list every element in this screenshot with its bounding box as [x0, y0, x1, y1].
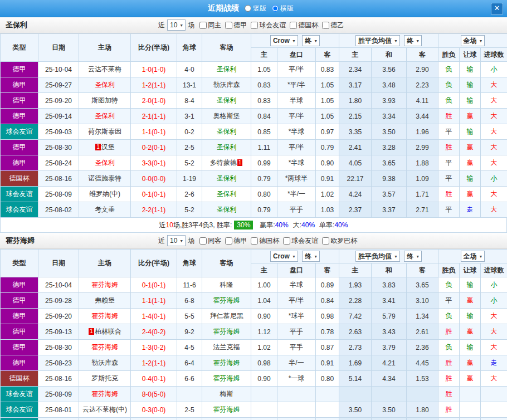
home-team: 圣保利: [79, 155, 131, 171]
club-friendly-checkbox[interactable]: [251, 22, 258, 29]
filter-dfb-pokal[interactable]: 德国杯: [251, 236, 279, 246]
filter-same-home[interactable]: 同主: [199, 21, 221, 30]
col-header-asian-away: 客: [316, 48, 339, 62]
home-team: 荷尔斯泰因: [79, 124, 131, 140]
filter-bundesliga[interactable]: 德甲: [225, 21, 247, 30]
euro-group-header: 胜平负均值▼ 终▼: [339, 34, 438, 48]
chevron-down-icon: ▼: [292, 255, 296, 258]
away-team: 霍芬海姆: [202, 324, 251, 340]
same-home-checkbox[interactable]: [199, 22, 207, 29]
score: 1-0(1-0): [131, 62, 177, 77]
dfb-pokal-checkbox[interactable]: [251, 237, 258, 245]
away-team: 霍芬海姆: [202, 418, 251, 420]
team-name-text: 圣保利: [95, 112, 115, 120]
handicap-away-odds: 0.80: [316, 371, 339, 387]
league-badge: 德甲: [1, 340, 38, 355]
score: 0-4(0-1): [131, 371, 177, 387]
match-row: 德甲 25-10-04 霍芬海姆 0-1(0-1) 11-6 科隆 1.00 半…: [1, 277, 507, 293]
vertical-layout-option[interactable]: 竖版: [245, 4, 266, 13]
horizontal-layout-option[interactable]: 横版: [272, 4, 294, 13]
corner-score: 6-8: [177, 293, 202, 309]
euro-lose-odds: 2.71: [407, 202, 438, 218]
odds-stage-select[interactable]: 终▼: [302, 251, 320, 262]
handicap-result-label: 赢: [460, 187, 481, 202]
bundesliga-checkbox[interactable]: [225, 237, 232, 245]
euro-mean-select[interactable]: 胜平负均值▼: [355, 35, 400, 46]
euro-mean-select[interactable]: 胜平负均值▼: [355, 251, 400, 262]
red-card-badge: 1: [237, 159, 243, 166]
handicap-away-odds: 0.86: [316, 418, 339, 420]
goals-result-label: 大: [481, 371, 507, 387]
match-count-select[interactable]: 10▼: [167, 235, 186, 246]
away-team: 霍芬海姆: [202, 371, 251, 387]
col-header-score: 比分(半场): [131, 34, 177, 62]
home-team: 霍芬海姆: [79, 309, 131, 324]
europa-league-checkbox[interactable]: [322, 237, 329, 245]
team-name-text: 诺德施泰特: [88, 174, 121, 182]
handicap-home-odds: 1.05: [251, 62, 277, 77]
scope-select[interactable]: 全场▼: [461, 251, 485, 262]
team-name-text: 圣保利: [217, 190, 237, 198]
team-name-text: 霍芬海姆: [213, 359, 240, 367]
euro-draw-odds: 3.28: [372, 140, 407, 155]
score: 8-0(5-0): [131, 387, 177, 402]
odds-stage-select[interactable]: 终▼: [302, 35, 320, 46]
handicap-result-label: 走: [460, 202, 481, 218]
odds-company-select[interactable]: Crow▼: [270, 35, 298, 46]
club-friendly-checkbox[interactable]: [283, 237, 290, 245]
handicap-away-odds: 0.78: [316, 324, 339, 340]
handicap-away-odds: 0.91: [316, 355, 339, 371]
match-count-select[interactable]: 10▼: [167, 19, 186, 31]
euro-draw-odds: 3.57: [372, 187, 407, 202]
euro-lose-odds: 2.61: [407, 324, 438, 340]
dfb-pokal-checkbox[interactable]: [290, 22, 297, 29]
col-header-result: 胜负: [438, 263, 460, 277]
handicap-home-odds: [251, 387, 277, 402]
league-badge: 德国杯: [1, 371, 38, 387]
euro-win-odds: 4.24: [339, 187, 372, 202]
league-badge: 球会友谊: [1, 418, 38, 420]
scope-select[interactable]: 全场▼: [461, 35, 485, 46]
filter-bundesliga2[interactable]: 德乙: [322, 21, 344, 30]
euro-stage-select[interactable]: 终▼: [404, 35, 422, 46]
same-away-checkbox[interactable]: [199, 237, 207, 245]
vertical-layout-radio[interactable]: [245, 5, 251, 12]
bundesliga-checkbox[interactable]: [225, 22, 232, 29]
result-label: 平: [438, 124, 460, 140]
euro-lose-odds: 4.11: [407, 93, 438, 109]
match-date: 25-08-24: [38, 155, 79, 171]
filter-europa-league[interactable]: 欧罗巴杯: [322, 236, 357, 246]
odds-company-select[interactable]: Crow▼: [270, 251, 298, 262]
home-team: 维罗纳(中): [79, 187, 131, 202]
horizontal-layout-radio[interactable]: [272, 5, 279, 12]
bundesliga2-checkbox[interactable]: [322, 22, 329, 29]
handicap-result-label: 赢: [460, 293, 481, 309]
league-badge: 球会友谊: [1, 402, 38, 418]
euro-draw-odds: 3.46: [372, 418, 407, 420]
handicap-result-label: 赢: [460, 355, 481, 371]
chevron-down-icon: ▼: [416, 255, 420, 258]
euro-draw-odds: 3.93: [372, 93, 407, 109]
filter-club-friendly[interactable]: 球会友谊: [251, 21, 286, 30]
filter-same-away[interactable]: 同客: [199, 236, 221, 246]
col-header-euro-win: 主: [339, 48, 372, 62]
corner-score: 4-5: [177, 340, 202, 355]
close-button[interactable]: ✕: [491, 3, 503, 15]
window-titlebar: 近期战绩 竖版 横版 ✕: [0, 0, 507, 17]
euro-draw-odds: 3.41: [372, 293, 407, 309]
euro-draw-odds: 4.34: [372, 371, 407, 387]
euro-stage-select[interactable]: 终▼: [404, 251, 422, 262]
col-header-asian-home: 主: [251, 263, 277, 277]
filter-club-friendly[interactable]: 球会友谊: [283, 236, 318, 246]
filter-bundesliga[interactable]: 德甲: [225, 236, 247, 246]
col-header-result: 胜负: [438, 48, 460, 62]
filter-dfb-pokal[interactable]: 德国杯: [290, 21, 318, 30]
euro-lose-odds: 1.88: [407, 418, 438, 420]
goals-result-label: 小: [481, 293, 507, 309]
euro-lose-odds: 1.88: [407, 155, 438, 171]
score: 2-4(0-2): [131, 324, 177, 340]
goals-result-label: 大: [481, 324, 507, 340]
match-date: 25-08-30: [38, 140, 79, 155]
handicap-line: [277, 402, 316, 418]
league-badge: 德甲: [1, 77, 38, 93]
